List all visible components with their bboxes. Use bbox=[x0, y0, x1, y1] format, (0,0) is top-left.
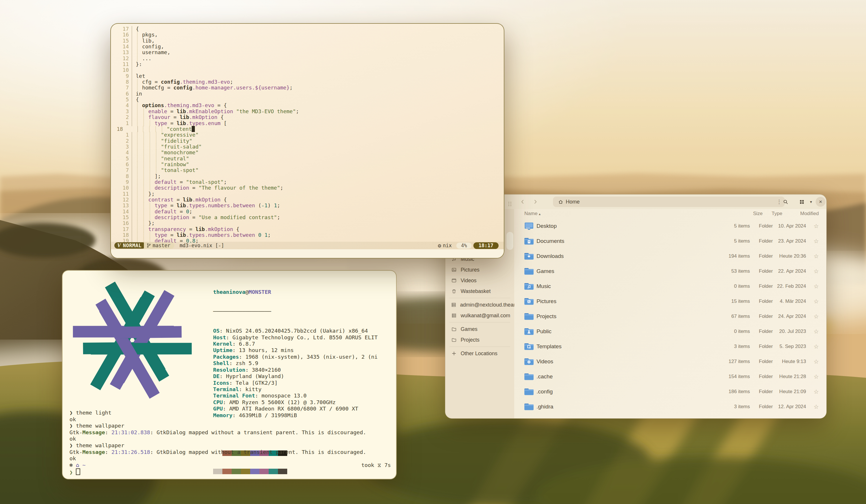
folder-icon bbox=[451, 326, 457, 332]
table-row[interactable]: Documents5 itemsFolder23. Apr 2024☆ bbox=[514, 234, 826, 249]
pane-drag-handle[interactable] bbox=[508, 202, 512, 206]
star-icon[interactable]: ☆ bbox=[806, 283, 826, 290]
server-icon bbox=[451, 313, 457, 318]
sidebar-item-label: Wastebasket bbox=[460, 288, 490, 294]
sidebar-item-projects[interactable]: Projects bbox=[448, 335, 512, 345]
line-number: 10 bbox=[111, 67, 132, 73]
file-modified: 10. Apr 2024 bbox=[774, 223, 806, 229]
code-line: 1│ │ │ type = lib.types.enum [ bbox=[111, 121, 504, 126]
table-row[interactable]: Templates3 itemsFolder5. Sep 2023☆ bbox=[514, 339, 826, 354]
location-bar[interactable]: Home ⋮ bbox=[553, 197, 785, 207]
chevron-right-icon bbox=[533, 199, 538, 204]
code-line: 17{ bbox=[111, 26, 504, 32]
file-type: Folder bbox=[750, 314, 774, 319]
folder-icon bbox=[524, 312, 534, 321]
code-line: 3│ │ │ │ "fruit-salad" bbox=[111, 144, 504, 150]
scroll-position: 4% bbox=[456, 243, 471, 249]
star-icon[interactable]: ☆ bbox=[806, 253, 826, 260]
star-icon[interactable]: ☆ bbox=[806, 358, 826, 365]
file-size: 194 items bbox=[703, 253, 750, 259]
terminal-line: ❯ theme light bbox=[69, 410, 391, 416]
table-row[interactable]: .config186 itemsFolderHeute 21:09☆ bbox=[514, 384, 826, 399]
column-modified[interactable]: Modified bbox=[787, 211, 819, 216]
file-size: 3 items bbox=[703, 344, 750, 349]
view-grid-button[interactable] bbox=[797, 197, 806, 207]
sidebar-item-admin-nextcloud-theanin-[interactable]: admin@nextcloud.theanin... bbox=[448, 300, 512, 310]
table-row[interactable]: Downloads194 itemsFolderHeute 20:36☆ bbox=[514, 249, 826, 264]
code-line: 12│ ... bbox=[111, 56, 504, 61]
grid-view-icon bbox=[799, 200, 804, 204]
sort-caret-icon: ▴ bbox=[539, 212, 541, 216]
line-number: 13 bbox=[111, 49, 132, 55]
sidebar-item-games[interactable]: Games bbox=[448, 324, 512, 334]
code-line: 7│ │ │ │ "tonal-spot" bbox=[111, 167, 504, 173]
star-icon[interactable]: ☆ bbox=[806, 298, 826, 305]
close-button[interactable]: × bbox=[815, 197, 825, 207]
line-number: 15 bbox=[111, 214, 132, 220]
star-icon[interactable]: ☆ bbox=[806, 328, 826, 335]
terminal-prompt[interactable]: ❯ bbox=[69, 468, 391, 476]
view-options-dropdown[interactable]: ▾ bbox=[808, 197, 814, 207]
fastfetch-row: Kernel: 6.8.7 bbox=[213, 341, 378, 347]
table-row[interactable]: Projects67 itemsFolder24. Apr 2024☆ bbox=[514, 309, 826, 324]
table-row[interactable]: Games53 itemsFolder22. Apr 2024☆ bbox=[514, 264, 826, 279]
star-icon[interactable]: ☆ bbox=[806, 343, 826, 350]
mode-indicator: V NORMAL bbox=[114, 242, 146, 249]
table-row[interactable]: .ghidra3 itemsFolder12. Apr 2024☆ bbox=[514, 399, 826, 414]
file-type: Folder bbox=[750, 238, 774, 244]
star-icon[interactable]: ☆ bbox=[806, 313, 826, 320]
back-button[interactable] bbox=[518, 197, 528, 207]
star-icon[interactable]: ☆ bbox=[806, 223, 826, 229]
star-icon[interactable]: ☆ bbox=[806, 268, 826, 275]
line-number: 9 bbox=[111, 73, 132, 79]
file-name: Public bbox=[536, 328, 703, 335]
table-row[interactable]: Public0 itemsFolder20. Jul 2023☆ bbox=[514, 324, 826, 339]
nixos-logo bbox=[70, 278, 195, 403]
terminal-window[interactable]: theaninova@MONSTER ────────────────── OS… bbox=[62, 270, 397, 479]
star-icon[interactable]: ☆ bbox=[806, 388, 826, 395]
mode-label: NORMAL bbox=[123, 243, 142, 248]
sidebar-scrollbar[interactable] bbox=[507, 232, 513, 250]
clock: 18:17 bbox=[474, 242, 499, 249]
table-row[interactable]: Pictures15 itemsFolder4. Mär 2024☆ bbox=[514, 294, 826, 309]
star-icon[interactable]: ☆ bbox=[806, 403, 826, 410]
forward-button[interactable] bbox=[531, 197, 540, 207]
code-line: 2│ │ flavour = lib.mkOption { bbox=[111, 114, 504, 120]
code-line: 15│ │ │ description = "Use a modified co… bbox=[111, 214, 504, 220]
file-name: Downloads bbox=[536, 253, 703, 259]
editor-statusbar: V NORMAL master md3-evo.nix [-] ⚙ nix 4%… bbox=[111, 242, 504, 249]
fastfetch-header: theaninova@MONSTER bbox=[213, 289, 378, 295]
file-size: 154 items bbox=[703, 374, 750, 380]
line-number: 8 bbox=[111, 79, 132, 85]
column-type[interactable]: Type bbox=[763, 211, 787, 216]
column-size[interactable]: Size bbox=[716, 211, 763, 216]
file-name: Desktop bbox=[536, 223, 703, 229]
location-label: Home bbox=[566, 199, 580, 205]
table-row[interactable]: Videos127 itemsFolderHeute 9:13☆ bbox=[514, 354, 826, 369]
file-modified: Heute 20:36 bbox=[774, 253, 806, 259]
trash-icon bbox=[451, 288, 457, 294]
sidebar-item-other-locations[interactable]: Other Locations bbox=[448, 348, 512, 359]
search-button[interactable] bbox=[780, 197, 790, 207]
file-size: 5 items bbox=[703, 223, 750, 229]
column-name[interactable]: Name ▴ bbox=[514, 211, 716, 216]
sidebar-item-wulkanat-gmail-com[interactable]: wulkanat@gmail.com bbox=[448, 310, 512, 321]
line-number: 18 bbox=[111, 232, 132, 238]
editor-window[interactable]: 17{16│ pkgs,15│ lib,14│ config,13│ usern… bbox=[110, 23, 504, 258]
star-icon[interactable]: ☆ bbox=[806, 373, 826, 380]
sidebar-item-label: wulkanat@gmail.com bbox=[460, 313, 510, 319]
sidebar-item-wastebasket[interactable]: Wastebasket bbox=[448, 286, 512, 296]
code-area[interactable]: 17{16│ pkgs,15│ lib,14│ config,13│ usern… bbox=[111, 26, 504, 244]
star-icon[interactable]: ☆ bbox=[806, 238, 826, 245]
table-row[interactable]: Music0 itemsFolder22. Feb 2024☆ bbox=[514, 279, 826, 294]
table-row[interactable]: Desktop5 itemsFolder10. Apr 2024☆ bbox=[514, 219, 826, 234]
sidebar-item-pictures[interactable]: Pictures bbox=[448, 265, 512, 275]
table-row[interactable]: .cache154 itemsFolderHeute 21:28☆ bbox=[514, 369, 826, 384]
file-modified: 22. Apr 2024 bbox=[774, 268, 806, 274]
line-number: 5 bbox=[111, 156, 132, 161]
file-size: 53 items bbox=[703, 268, 750, 274]
line-number: 11 bbox=[111, 61, 132, 67]
image-icon bbox=[451, 267, 457, 273]
folder-icon bbox=[524, 342, 534, 351]
sidebar-item-videos[interactable]: Videos bbox=[448, 275, 512, 286]
